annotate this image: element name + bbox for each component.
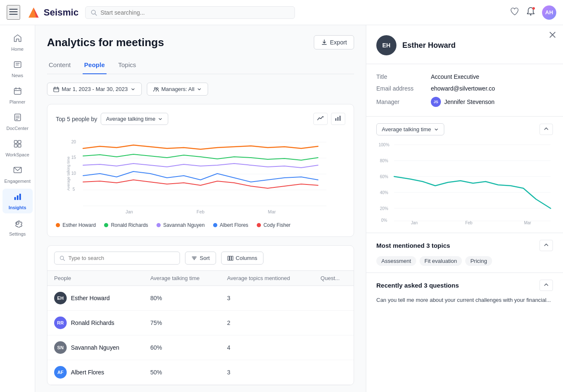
quest-esther: [314, 286, 354, 311]
manager-value: Jennifer Stevenson: [444, 99, 495, 105]
svg-rect-21: [18, 140, 21, 143]
chart-header: Top 5 people by Average talking time: [56, 113, 345, 125]
tab-topics[interactable]: Topics: [117, 58, 138, 74]
managers-filter[interactable]: Managers: All: [147, 83, 209, 96]
avg-topics-savannah: 4: [220, 335, 314, 360]
filters: Mar 1, 2023 - Mar 30, 2023 Managers: All: [47, 83, 354, 96]
sidebar-item-planner[interactable]: Planner: [3, 83, 33, 108]
svg-rect-34: [335, 118, 336, 121]
sidebar-item-workspace[interactable]: WorkSpace: [3, 136, 33, 161]
tab-content[interactable]: Content: [47, 58, 73, 74]
manager-label: Manager: [376, 99, 431, 105]
avg-talking-esther: 80%: [143, 286, 220, 311]
svg-rect-2: [9, 14, 18, 15]
sidebar-item-doccenter[interactable]: DocCenter: [3, 109, 33, 134]
title-value: Account Executive: [431, 73, 479, 80]
topic-fit-evaluation: Fit evaluation: [420, 256, 462, 266]
doccenter-icon: [13, 113, 22, 124]
panel-chart-collapse[interactable]: [540, 124, 553, 135]
global-search[interactable]: [85, 6, 295, 19]
svg-text:5: 5: [73, 187, 75, 192]
legend-savannah-nguyen: Savannah Nguyen: [156, 222, 205, 228]
svg-text:Feb: Feb: [197, 209, 205, 214]
table-header-row: People Average talking time Average topi…: [47, 271, 354, 286]
chart-metric-dropdown[interactable]: Average talking time: [101, 113, 169, 125]
svg-text:10: 10: [71, 171, 76, 176]
panel-close-button[interactable]: [549, 31, 556, 41]
panel-metric-dropdown[interactable]: Average talking time: [376, 123, 444, 135]
table-search[interactable]: [54, 252, 180, 265]
tabs: Content People Topics: [47, 58, 354, 74]
sidebar-item-insights[interactable]: Insights: [3, 189, 33, 213]
questions-header: Recently asked 3 questions: [376, 280, 553, 291]
columns-button[interactable]: Columns: [221, 252, 263, 265]
col-avg-topics: Average topics mentioned: [220, 271, 314, 286]
sort-button[interactable]: Sort: [185, 252, 216, 265]
columns-label: Columns: [236, 255, 257, 261]
sidebar-item-home[interactable]: Home: [3, 30, 33, 55]
legend-cody-fisher: Cody Fisher: [257, 222, 291, 228]
date-range-filter[interactable]: Mar 1, 2023 - Mar 30, 2023: [47, 83, 142, 96]
user-avatar[interactable]: AH: [542, 5, 556, 20]
managers-label: Managers: All: [162, 86, 195, 92]
topics-title: Most mentioned 3 topics: [376, 242, 450, 249]
quest-ronald: [314, 311, 354, 335]
sidebar-label-workspace: WorkSpace: [5, 152, 29, 157]
app-name: Seismic: [44, 7, 78, 18]
legend-albert-flores: Albert Flores: [213, 222, 248, 228]
sidebar-label-news: News: [12, 73, 23, 78]
notifications-icon[interactable]: [526, 7, 535, 18]
info-row-manager: Manager JS Jennifer Stevenson: [376, 94, 553, 109]
menu-button[interactable]: [7, 5, 20, 20]
svg-rect-0: [9, 9, 18, 10]
avg-topics-albert: 3: [220, 360, 314, 385]
export-button[interactable]: Export: [314, 35, 354, 49]
svg-text:100%: 100%: [379, 143, 390, 147]
avatar-esther: EH: [54, 292, 67, 304]
panel-topics: Most mentioned 3 topics Assessment Fit e…: [366, 233, 563, 273]
sidebar-item-settings[interactable]: Settings: [3, 215, 33, 240]
sidebar-item-news[interactable]: News: [3, 57, 33, 81]
table-row[interactable]: AF Albert Flores 50% 3: [47, 360, 354, 385]
bar-chart-button[interactable]: [331, 113, 345, 125]
sidebar-item-engagement[interactable]: Engagement: [3, 162, 33, 187]
svg-text:Mar: Mar: [524, 221, 532, 224]
legend-esther-howard: Esther Howard: [56, 222, 96, 228]
table-search-input[interactable]: [68, 255, 175, 261]
people-table: Sort Columns People Average talking time…: [47, 245, 354, 385]
svg-rect-9: [14, 62, 21, 67]
questions-collapse[interactable]: [540, 280, 553, 291]
search-input[interactable]: [100, 9, 289, 16]
email-value: ehoward@silvertower.co: [431, 85, 495, 92]
svg-text:80%: 80%: [380, 158, 388, 163]
avg-talking-ronald: 75%: [143, 311, 220, 335]
manager-avatar: JS: [431, 97, 441, 107]
svg-rect-55: [228, 256, 229, 260]
table-toolbar: Sort Columns: [47, 246, 354, 271]
svg-text:20%: 20%: [380, 206, 388, 211]
topic-tags: Assessment Fit evaluation Pricing: [376, 256, 553, 266]
sidebar: Home News Planner DocCenter WorkSpace: [0, 25, 35, 392]
chart-title-prefix: Top 5 people by: [56, 116, 97, 122]
svg-rect-57: [232, 256, 233, 260]
svg-rect-26: [19, 194, 21, 200]
panel-profile: EH Esther Howard: [366, 25, 563, 64]
sidebar-label-doccenter: DocCenter: [6, 126, 29, 131]
svg-text:Mar: Mar: [268, 209, 276, 214]
table-row[interactable]: RR Ronald Richards 75% 2: [47, 311, 354, 335]
avatar-savannah: SN: [54, 341, 67, 354]
table-row[interactable]: SN Savannah Nguyen 60% 4: [47, 335, 354, 360]
line-chart-button[interactable]: [313, 113, 328, 125]
planner-icon: [13, 86, 22, 98]
manager-cell: JS Jennifer Stevenson: [431, 97, 495, 107]
nav-right: AH: [510, 5, 556, 20]
table-row[interactable]: EH Esther Howard 80% 3: [47, 286, 354, 311]
avg-topics-ronald: 2: [220, 311, 314, 335]
favorites-icon[interactable]: [510, 7, 519, 18]
tab-people[interactable]: People: [83, 58, 107, 74]
svg-text:Average talking time: Average talking time: [66, 156, 70, 190]
topics-collapse[interactable]: [540, 240, 553, 251]
top5-chart-card: Top 5 people by Average talking time: [47, 104, 354, 237]
sort-label: Sort: [200, 255, 210, 261]
svg-text:Jan: Jan: [411, 221, 417, 224]
